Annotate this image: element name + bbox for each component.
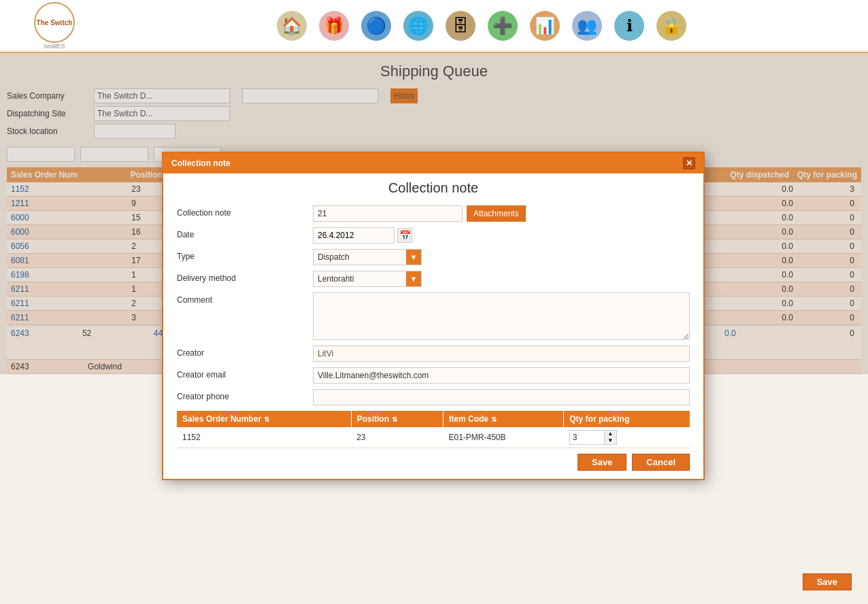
page-content: Shipping Queue Sales Company Dispatching… [0,53,868,374]
type-select-value: Dispatch [314,251,406,263]
type-label: Type [177,249,313,261]
modal-header: Collection note ✕ [163,153,703,173]
modal-header-title: Collection note [171,158,231,168]
delivery-method-row: Delivery method Lentorahti ▼ [177,271,690,287]
header: The Switch NoMES 🏠🎁🔵🌐🗄➕📊👥ℹ🔒 [0,0,868,53]
qty-spinner[interactable]: ▲ ▼ [569,430,617,445]
order-number-cell: 1152 [177,427,351,448]
inner-table-header-row: Sales Order Number ⇅ Position ⇅ [177,411,690,427]
delivery-method-value: Lentorahti [314,273,406,285]
gift-icon[interactable]: 🎁 [317,9,351,43]
inner-table: Sales Order Number ⇅ Position ⇅ [177,411,690,448]
qty-increment-button[interactable]: ▲ [604,431,616,437]
logo-icon: The Switch [34,2,75,43]
add-icon[interactable]: ➕ [486,9,520,43]
help-icon[interactable]: 🔵 [359,9,393,43]
logo-subtitle: NoMES [44,43,65,50]
modal-title: Collection note [177,180,690,196]
date-wrap: 📅 [313,227,412,244]
calendar-icon[interactable]: 📅 [397,228,412,243]
delivery-method-select[interactable]: Lentorahti ▼ [313,271,422,287]
inner-table-row: 1152 23 E01-PMR-450B ▲ ▼ [177,427,690,448]
report-icon[interactable]: 📊 [528,9,562,43]
col-label: Sales Order Number [182,414,261,424]
qty-spin-controls: ▲ ▼ [604,431,616,444]
col-label: Item Code [449,414,488,424]
creator-phone-row: Creator phone [177,389,690,405]
logo-area: The Switch NoMES [7,2,102,50]
logo-title: The Switch [37,19,73,27]
comment-field[interactable] [313,292,690,340]
lock-icon[interactable]: 🔒 [654,9,688,43]
item-code-cell: E01-PMR-450B [443,427,563,448]
col-sales-order-number: Sales Order Number ⇅ [177,411,351,427]
date-field[interactable] [313,227,395,244]
sort-icon: ⇅ [392,416,397,423]
qty-input[interactable] [570,431,604,443]
collection-note-field[interactable] [313,205,463,222]
users-icon[interactable]: 👥 [570,9,604,43]
sort-icon: ⇅ [491,416,497,423]
collection-note-row: Collection note Attachments [177,205,690,222]
qty-packing-cell: ▲ ▼ [564,427,690,448]
collection-note-modal: Collection note ✕ Collection note Collec… [162,152,705,480]
type-select[interactable]: Dispatch ▼ [313,249,422,265]
database-icon[interactable]: 🗄 [444,9,478,43]
page-save-button[interactable]: Save [803,573,852,590]
modal-close-button[interactable]: ✕ [683,157,695,169]
date-row: Date 📅 [177,227,690,244]
date-label: Date [177,227,313,239]
sort-icon: ⇅ [264,416,269,423]
modal-save-button[interactable]: Save [578,454,627,471]
comment-label: Comment [177,292,313,305]
comment-row: Comment [177,292,690,340]
toolbar-icons: 🏠🎁🔵🌐🗄➕📊👥ℹ🔒 [102,9,861,43]
modal-body: Collection note Collection note Attachme… [163,173,703,448]
col-qty-packing: Qty for packing [564,411,690,427]
globe-icon[interactable]: 🌐 [401,9,435,43]
qty-decrement-button[interactable]: ▼ [604,437,616,444]
creator-label: Creator [177,346,313,358]
creator-phone-field[interactable] [313,389,690,405]
modal-cancel-button[interactable]: Cancel [632,454,690,471]
modal-footer: Save Cancel [163,448,703,479]
home-icon[interactable]: 🏠 [275,9,309,43]
creator-email-label: Creator email [177,367,313,380]
info-icon[interactable]: ℹ [612,9,646,43]
col-label: Position [357,414,389,424]
attachments-button[interactable]: Attachments [467,205,526,222]
delivery-method-arrow: ▼ [406,271,421,287]
col-item-code: Item Code ⇅ [443,411,563,427]
creator-email-field[interactable] [313,367,690,384]
delivery-method-label: Delivery method [177,271,313,283]
col-label: Qty for packing [569,414,629,424]
creator-field[interactable] [313,346,690,362]
creator-email-row: Creator email [177,367,690,384]
type-row: Type Dispatch ▼ [177,249,690,265]
position-cell: 23 [351,427,443,448]
col-position: Position ⇅ [351,411,443,427]
collection-note-label: Collection note [177,205,313,218]
type-select-arrow: ▼ [406,249,421,265]
creator-row: Creator [177,346,690,362]
creator-phone-label: Creator phone [177,389,313,401]
